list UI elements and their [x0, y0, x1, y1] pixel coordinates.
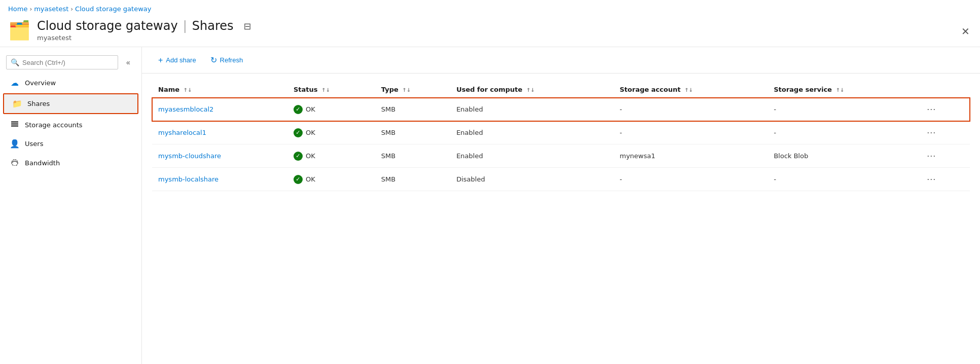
close-button[interactable]: ✕	[961, 26, 970, 37]
cell-storage-account: -	[613, 98, 768, 121]
sort-icon-name	[182, 86, 192, 93]
cell-name: mysmb-cloudshare	[152, 144, 287, 168]
sort-icon-status	[320, 86, 330, 93]
shares-table-container: Name Status Type	[142, 74, 980, 364]
cell-used-for-compute: Disabled	[450, 168, 613, 191]
main-layout: 🔍 « ☁ Overview 📁 Shares	[0, 47, 980, 364]
col-header-status[interactable]: Status	[287, 82, 375, 98]
cell-status: ✓OK	[287, 121, 375, 144]
table-row[interactable]: mysharelocal1✓OKSMBEnabled--···	[152, 121, 970, 144]
storage-icon	[10, 120, 20, 130]
header-section-name: Shares	[192, 19, 234, 33]
add-icon: +	[158, 56, 163, 65]
col-header-used-for-compute[interactable]: Used for compute	[450, 82, 613, 98]
header-resource-name: Cloud storage gateway	[37, 19, 178, 33]
more-actions-button[interactable]: ···	[923, 126, 940, 139]
sidebar-shares-outline: 📁 Shares	[3, 93, 138, 114]
search-box[interactable]: 🔍	[6, 55, 118, 69]
shares-table: Name Status Type	[152, 82, 970, 191]
col-header-storage-service[interactable]: Storage service	[768, 82, 917, 98]
bandwidth-icon	[10, 158, 20, 168]
content-area: + Add share ↻ Refresh Name	[142, 47, 980, 364]
cell-actions: ···	[917, 121, 970, 144]
header-folder-icon: 🗂️	[8, 21, 31, 40]
table-row[interactable]: myasesmblocal2✓OKSMBEnabled--···	[152, 98, 970, 121]
more-actions-button[interactable]: ···	[923, 173, 940, 186]
sidebar-item-bandwidth[interactable]: Bandwidth	[0, 153, 141, 172]
user-icon: 👤	[10, 139, 20, 149]
breadcrumb-current: Cloud storage gateway	[75, 5, 151, 13]
svg-rect-2	[11, 125, 18, 127]
sidebar-label-users: Users	[25, 140, 43, 148]
breadcrumb-sep2: ›	[70, 6, 73, 13]
search-input[interactable]	[22, 59, 114, 66]
cell-storage-service: -	[768, 168, 917, 191]
cell-actions: ···	[917, 98, 970, 121]
sidebar-item-overview[interactable]: ☁ Overview	[0, 74, 141, 92]
status-ok-icon: ✓	[294, 128, 303, 137]
collapse-sidebar-button[interactable]: «	[121, 55, 135, 69]
sort-icon-storage-account	[683, 86, 693, 93]
cell-actions: ···	[917, 168, 970, 191]
col-header-actions	[917, 82, 970, 98]
cell-status: ✓OK	[287, 168, 375, 191]
sidebar-label-storage-accounts: Storage accounts	[25, 121, 83, 129]
cell-status: ✓OK	[287, 98, 375, 121]
sidebar-item-shares[interactable]: 📁 Shares	[4, 94, 137, 113]
status-text: OK	[306, 152, 315, 160]
header-title: Cloud storage gateway | Shares ⊟	[37, 19, 251, 33]
refresh-label: Refresh	[220, 56, 243, 64]
sidebar-label-shares: Shares	[27, 100, 50, 107]
cell-used-for-compute: Enabled	[450, 98, 613, 121]
add-share-label: Add share	[166, 56, 196, 64]
toolbar: + Add share ↻ Refresh	[142, 47, 980, 74]
header-title-group: Cloud storage gateway | Shares ⊟ myasete…	[37, 19, 251, 42]
cell-storage-account: -	[613, 121, 768, 144]
col-header-type[interactable]: Type	[375, 82, 450, 98]
cell-type: SMB	[375, 121, 450, 144]
cell-actions: ···	[917, 144, 970, 168]
page-wrapper: Home › myasetest › Cloud storage gateway…	[0, 0, 980, 364]
cell-type: SMB	[375, 144, 450, 168]
portal-icon[interactable]: ⊟	[244, 21, 251, 31]
sort-icon-type	[401, 86, 411, 93]
cell-type: SMB	[375, 98, 450, 121]
sidebar-item-storage-accounts[interactable]: Storage accounts	[0, 115, 141, 134]
cell-name: mysmb-localshare	[152, 168, 287, 191]
status-text: OK	[306, 105, 315, 113]
svg-rect-1	[11, 123, 18, 125]
col-header-name[interactable]: Name	[152, 82, 287, 98]
cell-storage-account: mynewsa1	[613, 144, 768, 168]
cell-used-for-compute: Enabled	[450, 121, 613, 144]
table-row[interactable]: mysmb-cloudshare✓OKSMBEnabledmynewsa1Blo…	[152, 144, 970, 168]
table-row[interactable]: mysmb-localshare✓OKSMBDisabled--···	[152, 168, 970, 191]
svg-point-3	[12, 160, 18, 166]
svg-rect-0	[11, 121, 18, 123]
refresh-button[interactable]: ↻ Refresh	[204, 52, 249, 68]
sidebar-item-users[interactable]: 👤 Users	[0, 134, 141, 153]
page-header: 🗂️ Cloud storage gateway | Shares ⊟ myas…	[0, 16, 980, 47]
folder-icon: 📁	[12, 99, 22, 108]
sidebar-label-overview: Overview	[25, 79, 56, 87]
sort-icon-compute	[525, 86, 535, 93]
cloud-icon: ☁	[10, 78, 20, 88]
cell-type: SMB	[375, 168, 450, 191]
add-share-button[interactable]: + Add share	[152, 53, 202, 68]
cell-storage-service: -	[768, 98, 917, 121]
cell-status: ✓OK	[287, 144, 375, 168]
more-actions-button[interactable]: ···	[923, 150, 940, 162]
cell-storage-account: -	[613, 168, 768, 191]
cell-name: mysharelocal1	[152, 121, 287, 144]
more-actions-button[interactable]: ···	[923, 103, 940, 116]
header-separator: |	[183, 19, 187, 33]
breadcrumb-home[interactable]: Home	[8, 5, 27, 13]
breadcrumb-myasetest[interactable]: myasetest	[34, 5, 68, 13]
header-subtitle: myasetest	[37, 34, 251, 42]
col-header-storage-account[interactable]: Storage account	[613, 82, 768, 98]
status-ok-icon: ✓	[294, 105, 303, 114]
cell-storage-service: -	[768, 121, 917, 144]
sidebar: 🔍 « ☁ Overview 📁 Shares	[0, 47, 142, 364]
breadcrumb-sep1: ›	[29, 6, 32, 13]
status-ok-icon: ✓	[294, 175, 303, 184]
breadcrumb: Home › myasetest › Cloud storage gateway	[0, 0, 980, 16]
